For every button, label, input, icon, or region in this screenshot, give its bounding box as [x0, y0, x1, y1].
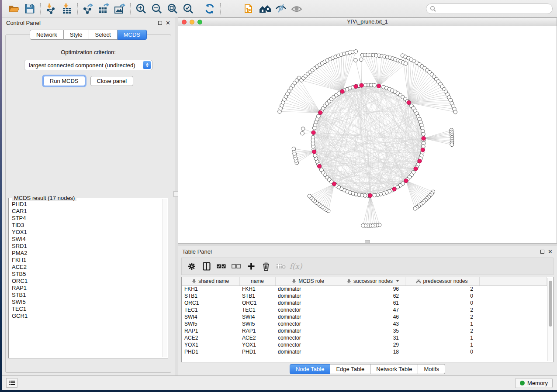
table-cell[interactable]: dominator	[275, 313, 341, 320]
close-panel-button[interactable]: Close panel	[90, 76, 134, 86]
table-cell[interactable]: dominator	[275, 348, 341, 355]
table-cell[interactable]: FKH1	[239, 285, 275, 292]
tab-mcds[interactable]: MCDS	[118, 30, 147, 40]
table-row[interactable]: ORC1ORC1dominator610	[182, 299, 547, 306]
mcds-result-item[interactable]: SWI4	[10, 236, 162, 243]
window-minimize-button[interactable]	[190, 20, 194, 24]
mcds-result-item[interactable]: TEC1	[10, 306, 162, 313]
table-cell[interactable]: connector	[275, 320, 341, 327]
table-cell[interactable]: 0	[405, 299, 479, 306]
table-cell[interactable]: 1	[405, 341, 479, 348]
optimization-criterion-select[interactable]: largest connected component (undirected)	[24, 60, 152, 70]
zoom-fit-button[interactable]	[166, 2, 179, 15]
close-panel-icon[interactable]: ✕	[548, 249, 553, 254]
table-cell[interactable]: SWI4	[239, 313, 275, 320]
mcds-result-item[interactable]: STB5	[10, 271, 162, 278]
run-mcds-button[interactable]: Run MCDS	[43, 76, 85, 86]
mcds-result-item[interactable]: PHD1	[10, 201, 162, 208]
table-cell[interactable]: RAP1	[239, 327, 275, 334]
mcds-result-item[interactable]: STP4	[10, 215, 162, 222]
export-image-button[interactable]	[113, 2, 126, 15]
table-row[interactable]: SWI5SWI5connector431	[182, 320, 547, 327]
table-row[interactable]: YOX1YOX1connector291	[182, 341, 547, 348]
export-network-button[interactable]	[82, 2, 95, 15]
column-header[interactable]: MCDS role	[275, 277, 341, 285]
new-network-from-selection-button[interactable]	[243, 2, 256, 15]
tab-edge-table[interactable]: Edge Table	[330, 364, 370, 374]
table-cell[interactable]: PHD1	[239, 348, 275, 355]
table-row[interactable]: ACE2ACE2connector311	[182, 334, 547, 341]
table-cell[interactable]: 31	[341, 334, 405, 341]
table-cell[interactable]: dominator	[275, 292, 341, 299]
mcds-result-item[interactable]: SRD1	[10, 243, 162, 250]
table-cell[interactable]: SWI5	[239, 320, 275, 327]
table-cell[interactable]: dominator	[275, 299, 341, 306]
tab-node-table[interactable]: Node Table	[290, 364, 331, 374]
table-cell[interactable]: YOX1	[239, 341, 275, 348]
select-all-rows-button[interactable]	[215, 260, 228, 273]
table-cell[interactable]: 2	[405, 313, 479, 320]
table-cell[interactable]: FKH1	[182, 285, 239, 292]
table-cell[interactable]: ACE2	[182, 334, 239, 341]
window-close-button[interactable]	[182, 20, 187, 24]
table-cell[interactable]: SWI5	[182, 320, 239, 327]
import-network-button[interactable]	[45, 2, 58, 15]
open-file-button[interactable]	[7, 2, 21, 15]
table-cell[interactable]: 61	[341, 299, 405, 306]
splitter-grip[interactable]	[173, 191, 178, 197]
table-cell[interactable]: 62	[341, 292, 405, 299]
table-cell[interactable]: RAP1	[182, 327, 239, 334]
memory-button[interactable]: Memory	[515, 378, 553, 388]
mcds-result-item[interactable]: PMA2	[10, 250, 162, 257]
task-history-button[interactable]	[6, 378, 17, 388]
table-cell[interactable]: dominator	[275, 285, 341, 292]
table-cell[interactable]: 96	[341, 285, 405, 292]
zoom-selected-button[interactable]	[182, 2, 195, 15]
hide-selected-button[interactable]	[274, 2, 287, 15]
column-header[interactable]: successor nodes	[341, 277, 405, 285]
mcds-result-item[interactable]: FKH1	[10, 257, 162, 264]
delete-table-button[interactable]	[274, 260, 287, 273]
mcds-result-item[interactable]: YOX1	[10, 229, 162, 236]
table-cell[interactable]: 2	[405, 306, 479, 313]
table-cell[interactable]: 46	[341, 313, 405, 320]
float-panel-icon[interactable]	[158, 21, 162, 25]
mcds-result-item[interactable]: CAR1	[10, 208, 162, 215]
table-cell[interactable]: 1	[405, 320, 479, 327]
table-cell[interactable]: ORC1	[182, 299, 239, 306]
table-cell[interactable]: dominator	[275, 327, 341, 334]
table-row[interactable]: PHD1PHD1dominator180	[182, 348, 547, 355]
network-canvas[interactable]	[178, 26, 557, 243]
table-cell[interactable]: 2	[405, 285, 479, 292]
table-row[interactable]: RAP1RAP1dominator352	[182, 327, 547, 334]
panel-splitter[interactable]	[175, 17, 178, 375]
table-cell[interactable]: PHD1	[182, 348, 239, 355]
column-header[interactable]: name	[239, 277, 275, 285]
result-list-scrollbar[interactable]	[163, 199, 167, 357]
export-table-button[interactable]	[97, 2, 111, 15]
network-window-titlebar[interactable]: YPA_prune.txt_1	[178, 18, 557, 26]
table-cell[interactable]: connector	[275, 334, 341, 341]
window-maximize-button[interactable]	[197, 20, 202, 24]
mcds-result-item[interactable]: RAP1	[10, 285, 162, 292]
table-scrollbar[interactable]	[547, 278, 552, 361]
mcds-result-item[interactable]: STB1	[10, 292, 162, 299]
import-table-button[interactable]	[60, 2, 73, 15]
table-cell[interactable]: STB1	[239, 292, 275, 299]
table-row[interactable]: TEC1TEC1connector472	[182, 306, 547, 313]
tab-motifs[interactable]: Motifs	[418, 364, 445, 374]
tab-network[interactable]: Network	[30, 30, 64, 40]
mcds-result-item[interactable]: GCR1	[10, 313, 162, 320]
table-cell[interactable]: connector	[275, 306, 341, 313]
table-cell[interactable]: 47	[341, 306, 405, 313]
table-cell[interactable]: TEC1	[182, 306, 239, 313]
close-panel-icon[interactable]: ✕	[166, 20, 170, 26]
table-cell[interactable]: SWI4	[182, 313, 239, 320]
table-cell[interactable]: 1	[405, 334, 479, 341]
column-header[interactable]: shared name	[182, 277, 239, 285]
show-columns-button[interactable]	[200, 260, 213, 273]
mcds-result-item[interactable]: ORC1	[10, 278, 162, 285]
mcds-result-item[interactable]: ACE2	[10, 264, 162, 271]
table-scrollbar-thumb[interactable]	[549, 281, 552, 327]
tab-select[interactable]: Select	[89, 30, 118, 40]
